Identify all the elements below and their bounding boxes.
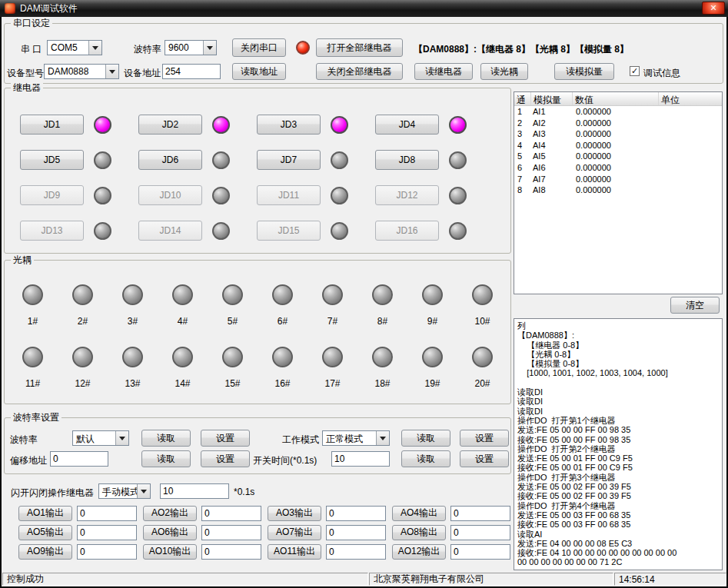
- device-address-input[interactable]: [162, 64, 221, 79]
- relay-button-jd7[interactable]: JD7: [257, 150, 321, 170]
- ao-output-button-11[interactable]: AO11输出: [268, 544, 321, 560]
- flash-mode-select[interactable]: 手动模式: [98, 483, 151, 499]
- relay-led-jd14: [212, 222, 230, 240]
- ao-value-input-5[interactable]: [77, 525, 137, 540]
- offset-address-input[interactable]: [50, 451, 108, 467]
- relay-button-jd11[interactable]: JD11: [257, 185, 321, 205]
- relay-button-jd16[interactable]: JD16: [375, 221, 439, 241]
- ao-value-input-8[interactable]: [450, 525, 510, 540]
- cell-unit: [659, 162, 722, 174]
- close-all-relays-button[interactable]: 关闭全部继电器: [316, 63, 403, 80]
- baud-rate-select[interactable]: 9600: [165, 40, 217, 55]
- chevron-down-icon[interactable]: [137, 484, 150, 498]
- switchtime-set-button[interactable]: 设置: [460, 450, 509, 467]
- read-relay-button[interactable]: 读继电器: [414, 63, 473, 80]
- baud-set-button[interactable]: 设置: [201, 430, 250, 447]
- opto-label: 10#: [474, 316, 490, 327]
- relay-button-jd2[interactable]: JD2: [138, 115, 202, 135]
- opto-cell: 1#: [8, 274, 58, 337]
- ao-output-button-9[interactable]: AO9输出: [18, 544, 72, 560]
- debug-info-checkbox[interactable]: [630, 66, 640, 76]
- work-mode-select[interactable]: 正常模式: [322, 430, 390, 446]
- clear-button[interactable]: 清空: [670, 297, 720, 314]
- offset-set-button[interactable]: 设置: [201, 450, 250, 467]
- read-address-button[interactable]: 读取地址: [232, 63, 286, 80]
- flash-time-input[interactable]: [160, 483, 229, 499]
- workmode-read-button[interactable]: 读取: [401, 430, 450, 447]
- flash-relay-label: 闪开闪闭操作继电器: [11, 487, 94, 500]
- ao-value-input-7[interactable]: [326, 525, 386, 540]
- ao-value-input-6[interactable]: [201, 525, 261, 540]
- ao-output-button-12[interactable]: AO12输出: [392, 544, 446, 560]
- ao-value-input-11[interactable]: [326, 544, 386, 560]
- ao-value-input-4[interactable]: [450, 506, 510, 521]
- flash-mode-value: 手动模式: [99, 484, 137, 498]
- relay-cell: JD13: [20, 221, 138, 241]
- relay-button-jd15[interactable]: JD15: [257, 221, 321, 241]
- ao-output-button-3[interactable]: AO3输出: [268, 506, 321, 521]
- baud-read-button[interactable]: 读取: [141, 430, 191, 447]
- ao-output-button-2[interactable]: AO2输出: [143, 506, 197, 521]
- chevron-down-icon[interactable]: [115, 431, 128, 445]
- relay-button-jd4[interactable]: JD4: [375, 115, 439, 135]
- relay-button-jd9[interactable]: JD9: [20, 185, 84, 205]
- opto-cell: 6#: [258, 274, 307, 337]
- com-port-select[interactable]: COM5: [47, 40, 102, 55]
- baud-label: 波特率: [134, 43, 161, 56]
- ao-cell: AO11输出: [268, 542, 392, 561]
- relay-group-title: 继电器: [11, 82, 43, 94]
- ao-output-button-5[interactable]: AO5输出: [18, 525, 72, 540]
- opto-led-13: [122, 347, 143, 367]
- ao-cell: AO3输出: [268, 503, 392, 523]
- ao-output-button-8[interactable]: AO8输出: [392, 525, 446, 540]
- close-button[interactable]: ✕: [702, 2, 725, 15]
- ao-value-input-3[interactable]: [326, 506, 386, 521]
- chevron-down-icon[interactable]: [105, 65, 118, 78]
- relay-button-jd8[interactable]: JD8: [375, 150, 439, 170]
- ao-value-input-12[interactable]: [450, 544, 510, 560]
- relay-led-jd8: [449, 151, 467, 169]
- relay-button-jd3[interactable]: JD3: [257, 115, 321, 135]
- relay-led-jd2: [212, 116, 230, 134]
- ao-value-input-10[interactable]: [201, 544, 261, 560]
- switchtime-read-button[interactable]: 读取: [401, 450, 450, 467]
- ao-value-input-2[interactable]: [201, 506, 261, 521]
- workmode-set-button[interactable]: 设置: [460, 430, 509, 447]
- open-all-relays-button[interactable]: 打开全部继电器: [316, 38, 403, 57]
- read-analog-button[interactable]: 读模拟量: [554, 63, 614, 80]
- chevron-down-icon[interactable]: [88, 41, 101, 55]
- relay-button-jd12[interactable]: JD12: [375, 185, 439, 205]
- relay-button-jd6[interactable]: JD6: [138, 150, 202, 170]
- log-line: 读取DI: [517, 407, 722, 416]
- baud-setting-select[interactable]: 默认: [72, 430, 129, 446]
- ao-output-button-10[interactable]: AO10输出: [143, 544, 197, 560]
- relay-button-jd13[interactable]: JD13: [20, 221, 84, 241]
- log-line: 接收:FE 05 00 02 FF 00 39 F5: [517, 491, 722, 500]
- ao-output-button-6[interactable]: AO6输出: [143, 525, 197, 540]
- log-line: 列: [517, 321, 722, 331]
- read-opto-button[interactable]: 读光耦: [480, 63, 528, 80]
- ao-output-button-7[interactable]: AO7输出: [268, 525, 321, 540]
- relay-cell: JD16: [375, 221, 494, 241]
- switch-time-input[interactable]: [331, 451, 390, 467]
- offset-read-button[interactable]: 读取: [141, 450, 191, 467]
- cell-value: 0.000000: [573, 162, 659, 174]
- chevron-down-icon[interactable]: [203, 41, 216, 55]
- ao-output-button-1[interactable]: AO1输出: [18, 506, 72, 521]
- ao-value-input-9[interactable]: [77, 544, 137, 560]
- debug-log-panel[interactable]: 列 【DAM0888】: 【继电器 0-8】 【光耦 0-8】 【模拟量 0-8…: [514, 318, 723, 570]
- cell-unit: [659, 151, 722, 162]
- ao-value-input-1[interactable]: [77, 506, 137, 521]
- relay-button-jd1[interactable]: JD1: [20, 115, 84, 135]
- relay-led-jd6: [212, 151, 230, 169]
- relay-button-jd5[interactable]: JD5: [20, 150, 84, 170]
- relay-button-jd10[interactable]: JD10: [138, 185, 202, 205]
- cell-analog: AI5: [531, 151, 573, 162]
- relay-led-jd15: [331, 222, 348, 240]
- relay-cell: JD14: [138, 221, 257, 241]
- device-model-select[interactable]: DAM0888: [44, 64, 119, 79]
- relay-button-jd14[interactable]: JD14: [138, 221, 202, 241]
- ao-output-button-4[interactable]: AO4输出: [392, 506, 446, 521]
- chevron-down-icon[interactable]: [376, 431, 389, 445]
- close-serial-button[interactable]: 关闭串口: [232, 38, 286, 57]
